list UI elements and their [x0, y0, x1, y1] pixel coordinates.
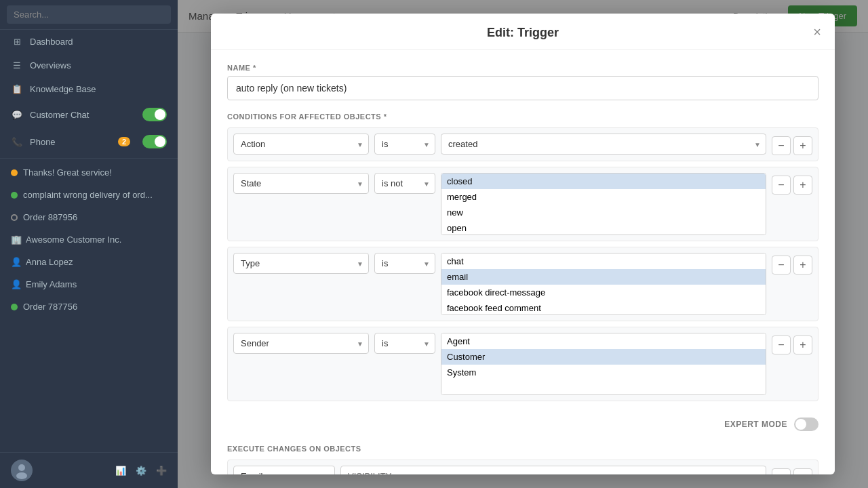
- list-item[interactable]: Thanks! Great service!: [0, 161, 178, 184]
- settings-icon[interactable]: ⚙️: [136, 466, 146, 476]
- action-field-select[interactable]: Action: [233, 134, 369, 155]
- remove-condition-button[interactable]: −: [772, 176, 791, 195]
- phone-icon: 📞: [11, 137, 23, 147]
- sidebar-item-dashboard[interactable]: ⊞ Dashboard: [0, 30, 178, 54]
- list-item[interactable]: Order 887956: [0, 206, 178, 228]
- state-field-select[interactable]: State: [233, 173, 369, 194]
- name-input[interactable]: [227, 76, 818, 100]
- type-field-dropdown[interactable]: Type ▼: [233, 253, 369, 274]
- sidebar-footer: 📊 ⚙️ ➕: [0, 452, 178, 488]
- avatar[interactable]: [11, 460, 33, 481]
- svg-point-0: [18, 464, 25, 471]
- sidebar-item-phone[interactable]: 📞 Phone 2: [0, 128, 178, 155]
- remove-condition-button[interactable]: −: [772, 336, 791, 354]
- action-value-dropdown[interactable]: created ▼: [441, 134, 766, 155]
- action-field-dropdown[interactable]: Action ▼: [233, 134, 369, 155]
- expert-mode-label: EXPERT MODE: [724, 420, 787, 429]
- person-icon: 👤: [11, 257, 20, 267]
- state-op-dropdown[interactable]: is not ▼: [374, 173, 435, 194]
- remove-execute-button[interactable]: −: [772, 468, 791, 474]
- list-item-label: Thanks! Great service!: [23, 167, 112, 178]
- sidebar-item-customer-chat[interactable]: 💬 Customer Chat: [0, 101, 178, 128]
- list-item[interactable]: 👤 Emily Adams: [0, 273, 178, 296]
- add-condition-button[interactable]: +: [793, 136, 812, 155]
- modal-header: Edit: Trigger ×: [211, 14, 835, 50]
- action-value-select[interactable]: created: [441, 134, 766, 155]
- action-op-dropdown[interactable]: is ▼: [374, 134, 435, 155]
- add-condition-button[interactable]: +: [793, 336, 812, 354]
- overviews-icon: ☰: [11, 60, 23, 70]
- state-field-dropdown[interactable]: State ▼: [233, 173, 369, 194]
- remove-condition-button[interactable]: −: [772, 256, 791, 274]
- conditions-label: CONDITIONS FOR AFFECTED OBJECTS *: [227, 113, 818, 121]
- customer-chat-toggle[interactable]: [142, 108, 167, 121]
- execute-type-dropdown[interactable]: Email ▼: [233, 466, 335, 474]
- condition-actions: − +: [772, 134, 812, 155]
- company-icon: 🏢: [11, 235, 20, 245]
- sidebar-divider: [0, 158, 178, 159]
- sidebar-item-label: Phone: [30, 137, 56, 147]
- search-input[interactable]: [7, 5, 171, 24]
- list-item[interactable]: complaint wrong delivery of ord...: [0, 184, 178, 206]
- visibility-input[interactable]: [340, 466, 766, 474]
- type-listbox[interactable]: chat email facebook direct-message faceb…: [441, 253, 766, 314]
- sender-op-select[interactable]: is: [374, 333, 435, 354]
- svg-point-1: [16, 472, 27, 479]
- phone-toggle[interactable]: [142, 135, 167, 148]
- sender-op-dropdown[interactable]: is ▼: [374, 333, 435, 354]
- condition-row-type: Type ▼ is ▼ chat: [227, 247, 818, 321]
- person-icon: 👤: [11, 279, 20, 289]
- list-item[interactable]: Order 787756: [0, 296, 178, 318]
- execute-type-select[interactable]: Email: [233, 466, 335, 474]
- state-op-select[interactable]: is not: [374, 173, 435, 194]
- execute-section: EXECUTE CHANGES ON OBJECTS Email ▼ − +: [227, 445, 818, 474]
- modal-overlay: Edit: Trigger × NAME * CONDITIONS FOR AF…: [178, 0, 868, 488]
- list-item-label: Order 787756: [23, 302, 77, 312]
- condition-row-sender: Sender ▼ is ▼ Agent: [227, 327, 818, 401]
- dashboard-icon: ⊞: [11, 37, 23, 47]
- list-item-label: Anna Lopez: [26, 257, 73, 267]
- customer-chat-icon: 💬: [11, 110, 23, 120]
- condition-row-action: Action ▼ is ▼ created: [227, 127, 818, 161]
- sidebar-item-label: Overviews: [30, 60, 71, 70]
- remove-condition-button[interactable]: −: [772, 136, 791, 155]
- state-listbox-container: closed merged new open pending close: [441, 173, 766, 235]
- sender-field-select[interactable]: Sender: [233, 333, 369, 354]
- condition-row-state: State ▼ is not ▼ closed: [227, 167, 818, 241]
- state-listbox[interactable]: closed merged new open pending close: [441, 174, 766, 235]
- expert-mode-row: EXPERT MODE: [227, 412, 818, 436]
- sidebar-item-knowledge-base[interactable]: 📋 Knowledge Base: [0, 77, 178, 101]
- sidebar-item-overviews[interactable]: ☰ Overviews: [0, 54, 178, 77]
- type-field-select[interactable]: Type: [233, 253, 369, 274]
- type-op-dropdown[interactable]: is ▼: [374, 253, 435, 274]
- add-execute-button[interactable]: +: [793, 468, 812, 474]
- list-item-label: complaint wrong delivery of ord...: [23, 190, 153, 200]
- sidebar-footer-icons: 📊 ⚙️ ➕: [115, 466, 167, 476]
- edit-trigger-modal: Edit: Trigger × NAME * CONDITIONS FOR AF…: [211, 14, 835, 474]
- sidebar-search-container: [0, 0, 178, 30]
- sender-listbox[interactable]: Agent Customer System: [441, 333, 766, 394]
- name-label: NAME *: [227, 64, 818, 72]
- list-item[interactable]: 👤 Anna Lopez: [0, 251, 178, 273]
- type-op-select[interactable]: is: [374, 253, 435, 274]
- modal-close-button[interactable]: ×: [813, 25, 821, 39]
- condition-actions: − +: [772, 466, 812, 474]
- expert-mode-toggle[interactable]: [794, 418, 818, 431]
- condition-actions: − +: [772, 333, 812, 354]
- action-op-select[interactable]: is: [374, 134, 435, 155]
- condition-actions: − +: [772, 173, 812, 195]
- sender-field-dropdown[interactable]: Sender ▼: [233, 333, 369, 354]
- execute-row: Email ▼ − +: [227, 460, 818, 474]
- main-area: Manage Triggers Management Description N…: [178, 0, 868, 488]
- sidebar: ⊞ Dashboard ☰ Overviews 📋 Knowledge Base…: [0, 0, 178, 488]
- sidebar-nav: ⊞ Dashboard ☰ Overviews 📋 Knowledge Base…: [0, 30, 178, 452]
- add-condition-button[interactable]: +: [793, 176, 812, 195]
- conditions-section: CONDITIONS FOR AFFECTED OBJECTS * Action…: [227, 113, 818, 401]
- status-dot: [11, 192, 18, 199]
- list-item[interactable]: 🏢 Awesome Customer Inc.: [0, 228, 178, 251]
- sender-listbox-container: Agent Customer System: [441, 333, 766, 395]
- add-icon[interactable]: ➕: [156, 466, 167, 476]
- add-condition-button[interactable]: +: [793, 256, 812, 274]
- sidebar-item-label: Dashboard: [30, 37, 73, 47]
- chart-icon[interactable]: 📊: [115, 466, 126, 476]
